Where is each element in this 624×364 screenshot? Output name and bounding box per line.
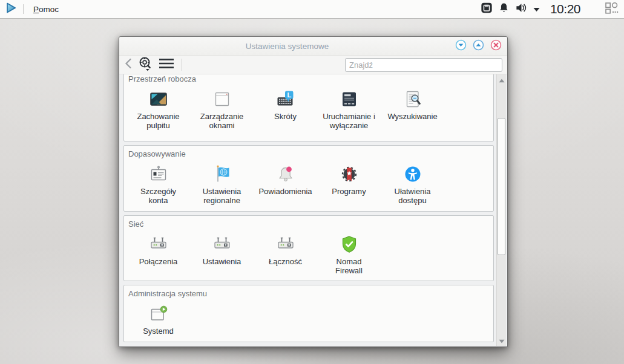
section-2: DopasowywanieSzczegóły kontaUstawienia r… — [123, 145, 494, 212]
module-item[interactable]: Zachowanie pulpitu — [126, 89, 190, 131]
maximize-icon — [473, 39, 484, 53]
systemd-icon — [149, 304, 168, 323]
module-label: Systemd — [143, 327, 174, 336]
section-header: Sieć — [124, 216, 493, 230]
module-item[interactable]: Uruchamianie i wyłączanie — [317, 89, 381, 131]
notifications-icon[interactable] — [498, 2, 510, 16]
scroll-up-icon[interactable] — [497, 76, 506, 84]
window-management-icon — [212, 89, 232, 109]
launcher-icon — [4, 1, 18, 17]
section-header: Administracja systemu — [124, 285, 493, 300]
accessibility-icon — [403, 164, 422, 184]
module-label: Ułatwienia dostępu — [395, 187, 431, 206]
module-item[interactable]: Szczegóły konta — [126, 164, 190, 206]
module-label: Zachowanie pulpitu — [137, 112, 179, 131]
module-item[interactable]: Wyszukiwanie — [381, 89, 444, 131]
search-doc-icon — [403, 89, 422, 109]
firewall-icon — [340, 235, 359, 254]
window-title: Ustawienia systemowe — [119, 42, 455, 51]
module-label: Połączenia — [139, 257, 178, 266]
module-item[interactable]: Łączność — [254, 235, 317, 276]
module-label: Zarządzanie oknami — [200, 112, 244, 131]
titlebar-buttons — [455, 39, 507, 53]
svg-text:L: L — [287, 91, 291, 99]
minimize-button[interactable] — [455, 39, 467, 53]
module-item[interactable]: Ułatwienia dostępu — [381, 164, 444, 206]
scrollbar[interactable] — [496, 74, 506, 346]
module-label: Skróty — [274, 112, 297, 121]
notifications-module-icon — [276, 164, 295, 184]
section-3: SiećPołączeniaUstawieniaŁącznośćNomad Fi… — [123, 215, 494, 282]
media-player-icon[interactable] — [481, 2, 493, 16]
scrollbar-thumb[interactable] — [498, 118, 505, 255]
back-icon — [124, 58, 132, 71]
module-label: Powiadomienia — [258, 187, 312, 196]
module-label: Programy — [332, 187, 366, 196]
account-details-icon — [149, 164, 168, 184]
module-item[interactable]: LSkróty — [254, 89, 317, 131]
router-icon — [212, 235, 232, 254]
module-label: Łączność — [269, 257, 302, 266]
minimize-icon — [455, 39, 467, 53]
section-items: Szczegóły kontaUstawienia regionalnePowi… — [124, 160, 493, 211]
menu-help-rest: omoc — [39, 5, 59, 14]
section-header: Dopasowywanie — [124, 146, 493, 160]
module-item[interactable]: Ustawienia regionalne — [190, 164, 254, 206]
section-1: Przestrzeń roboczaZachowanie pulpituZarz… — [123, 74, 494, 141]
router-icon — [149, 235, 168, 254]
search-input[interactable] — [345, 58, 502, 72]
module-item[interactable]: Ustawienia — [190, 235, 254, 276]
widgets-icon[interactable] — [605, 2, 619, 16]
clock[interactable]: 10:20 — [550, 2, 580, 16]
scroll-down-icon[interactable] — [497, 336, 506, 345]
toolbar-separator — [181, 59, 182, 71]
app-launcher-button[interactable] — [4, 1, 18, 17]
panel-separator — [23, 4, 24, 14]
module-item[interactable]: Zarządzanie oknami — [190, 89, 254, 131]
close-icon — [490, 39, 502, 53]
top-panel: Pomoc 10:20 — [0, 0, 624, 19]
shortcuts-icon: L — [276, 89, 295, 109]
section-items: Systemd — [124, 300, 493, 341]
applications-icon — [340, 164, 359, 184]
router-icon — [276, 235, 295, 254]
section-header: Przestrzeń robocza — [124, 74, 493, 85]
module-item[interactable]: Nomad Firewall — [317, 235, 381, 276]
maximize-button[interactable] — [473, 39, 484, 53]
desktop-behavior-icon — [149, 89, 168, 109]
section-items: Zachowanie pulpituZarządzanie oknamiLSkr… — [124, 85, 493, 136]
module-item[interactable]: Połączenia — [126, 235, 190, 276]
regional-settings-icon — [212, 164, 232, 184]
module-label: Ustawienia — [203, 257, 241, 266]
menu-item-help[interactable]: Pomoc — [30, 2, 62, 16]
menu-help-accel: P — [33, 5, 39, 14]
back-button[interactable] — [124, 58, 132, 71]
menu-icon — [159, 58, 174, 71]
section-4: Administracja systemuSystemd — [123, 285, 494, 342]
hamburger-menu-button[interactable] — [159, 58, 174, 71]
section-items: PołączeniaUstawieniaŁącznośćNomad Firewa… — [124, 230, 493, 281]
module-label: Nomad Firewall — [335, 257, 363, 276]
close-button[interactable] — [490, 39, 502, 53]
module-item[interactable]: Programy — [317, 164, 381, 206]
module-label: Wyszukiwanie — [387, 112, 437, 121]
startup-shutdown-icon — [340, 89, 359, 109]
module-label: Uruchamianie i wyłączanie — [323, 112, 375, 131]
volume-icon[interactable] — [515, 2, 528, 16]
module-label: Ustawienia regionalne — [203, 187, 241, 206]
titlebar[interactable]: Ustawienia systemowe — [119, 37, 507, 56]
overview-icon — [137, 56, 153, 74]
module-label: Szczegóły konta — [140, 187, 176, 206]
caret-down-icon[interactable] — [533, 4, 540, 15]
module-item[interactable]: Powiadomienia — [254, 164, 317, 206]
all-settings-button[interactable] — [137, 56, 153, 74]
system-settings-window: Ustawienia systemowe Przestrzeń roboczaZ… — [119, 36, 508, 347]
toolbar — [119, 56, 507, 74]
settings-content: Przestrzeń roboczaZachowanie pulpituZarz… — [119, 74, 507, 346]
module-item[interactable]: Systemd — [126, 304, 190, 336]
system-tray: 10:20 — [481, 2, 624, 16]
category-list: Przestrzeń roboczaZachowanie pulpituZarz… — [123, 74, 494, 346]
